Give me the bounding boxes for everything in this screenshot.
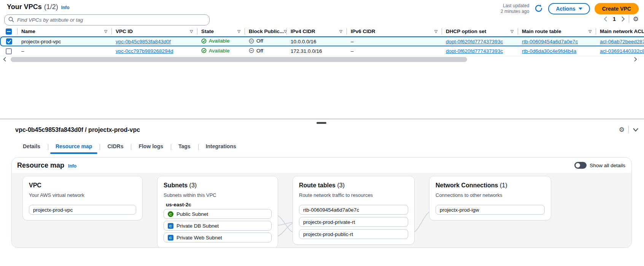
column-header-state[interactable]: State▽: [197, 27, 245, 36]
main-network-acl-link[interactable]: acl-03691440332c8: [600, 48, 644, 54]
next-page-button[interactable]: [621, 16, 625, 22]
vpc-console-page: { "colors": { "accent": "#0972d3", "crea…: [0, 0, 644, 266]
prev-page-button[interactable]: [604, 16, 607, 22]
network-connections-card: Network Connections (1) Connections to o…: [429, 176, 551, 220]
row-checkbox[interactable]: [6, 48, 12, 54]
last-updated: Last updated 2 minutes ago: [501, 3, 529, 14]
block-public-value: Off: [249, 48, 263, 54]
chevron-down-icon: [579, 8, 582, 10]
column-header-main-network-acl[interactable]: Main network ACL: [596, 27, 644, 36]
row-checkbox[interactable]: [6, 38, 12, 44]
column-header-block-public[interactable]: Block Public...▽: [245, 27, 287, 36]
route-tables-card-title: Route tables (3): [299, 182, 408, 189]
vpc-id-link[interactable]: vpc-0cc797b989268294d: [116, 48, 173, 54]
column-header-ipv4-cidr[interactable]: IPv4 CIDR▽: [287, 27, 347, 36]
horizontal-scrollbar: [0, 56, 644, 63]
status-badge: Available: [201, 38, 230, 44]
check-circle-icon: [201, 38, 207, 44]
resource-map-container: Resource map Info Show all details VPC Y…: [11, 157, 632, 248]
tab-cidrs[interactable]: CIDRs: [100, 141, 131, 154]
scrollbar-thumb[interactable]: [11, 57, 467, 62]
cell-ipv6-cidr: –: [347, 36, 442, 46]
vpc-table: Name▽ VPC ID▽ State▽ Block Public...▽ IP…: [0, 27, 644, 56]
select-all-cell: [0, 27, 17, 36]
filter-icon[interactable]: ▽: [284, 29, 287, 33]
route-tables-card-subtitle: Route network traffic to resources: [299, 192, 408, 198]
show-all-details-toggle[interactable]: [574, 162, 587, 169]
cell-name: –: [17, 46, 112, 56]
private-subnet-icon: C: [168, 235, 173, 241]
table-row[interactable]: projectx-prod-vpc vpc-0b45c9853fa843d0f …: [0, 36, 644, 46]
tab-integrations[interactable]: Integrations: [198, 141, 244, 154]
vpc-card-subtitle: Your AWS virtual network: [29, 192, 136, 198]
scroll-left-icon[interactable]: [3, 57, 6, 62]
cell-ipv6-cidr: –: [347, 46, 442, 56]
vpc-card-title: VPC: [29, 182, 136, 189]
subnet-item[interactable]: C Private DB Subnet: [164, 221, 272, 231]
filter-icon[interactable]: ▽: [339, 29, 342, 33]
table-header-row: Name▽ VPC ID▽ State▽ Block Public...▽ IP…: [0, 27, 644, 36]
status-badge: Available: [201, 48, 230, 54]
detail-tabs: Details Resource map CIDRs Flow logs Tag…: [15, 141, 244, 154]
vpc-table-container: Name▽ VPC ID▽ State▽ Block Public...▽ IP…: [0, 27, 644, 57]
split-panel-drag-handle[interactable]: [316, 122, 326, 124]
show-all-details-control: Show all details: [574, 162, 625, 169]
tab-resource-map[interactable]: Resource map: [48, 141, 100, 154]
column-header-dhcp-option-set[interactable]: DHCP option set▽: [442, 27, 518, 36]
dhcp-option-set-link[interactable]: dopt-0f620fd777437393c: [446, 39, 503, 44]
subnets-card: Subnets (3) Subnets within this VPC us-e…: [157, 176, 278, 247]
main-route-table-link[interactable]: rtb-0d6da30c4e9fd4b4a: [522, 48, 576, 54]
main-route-table-link[interactable]: rtb-00609454a6d7a0e7c: [522, 39, 578, 44]
pagination-controls: 1 ⚙: [604, 15, 639, 23]
create-vpc-button[interactable]: Create VPC: [595, 3, 639, 14]
filter-icon[interactable]: ▽: [588, 29, 592, 33]
block-public-value: Off: [249, 38, 263, 44]
divider: [629, 15, 629, 23]
route-table-item[interactable]: rtb-00609454a6d7a0e7c: [299, 205, 408, 215]
route-table-item[interactable]: projectx-prod-public-rt: [299, 229, 408, 239]
page-number[interactable]: 1: [611, 16, 617, 22]
dhcp-option-set-link[interactable]: dopt-0f620fd777437393c: [446, 48, 503, 54]
scroll-right-icon[interactable]: [634, 57, 637, 62]
search-box: [4, 14, 210, 25]
tab-tags[interactable]: Tags: [171, 141, 198, 154]
info-link[interactable]: Info: [61, 5, 70, 10]
filter-icon[interactable]: ▽: [434, 29, 437, 33]
panel-settings-gear-icon[interactable]: ⚙: [619, 127, 625, 133]
column-header-ipv6-cidr[interactable]: IPv6 CIDR▽: [347, 27, 442, 36]
route-table-item[interactable]: projectx-prod-private-rt: [299, 217, 408, 227]
info-link[interactable]: Info: [68, 163, 76, 169]
filter-icon[interactable]: ▽: [237, 29, 240, 33]
table-row[interactable]: – vpc-0cc797b989268294d Available Off 17…: [0, 46, 644, 56]
refresh-button[interactable]: [534, 3, 544, 14]
filter-icon[interactable]: ▽: [510, 29, 514, 33]
network-connections-card-title: Network Connections (1): [436, 182, 545, 189]
subnet-item[interactable]: C Private Web Subnet: [164, 233, 272, 242]
divider: [628, 126, 629, 133]
filter-icon[interactable]: ▽: [190, 29, 193, 33]
table-settings-gear-icon[interactable]: ⚙: [633, 16, 639, 22]
internet-gateway-item[interactable]: projectx-prod-igw: [436, 205, 545, 215]
column-header-vpc-id[interactable]: VPC ID▽: [112, 27, 197, 36]
cell-ipv4-cidr: 172.31.0.0/16: [287, 46, 347, 56]
subnet-item[interactable]: C Public Subnet: [164, 209, 272, 219]
main-network-acl-link[interactable]: acl-06ab72beed287: [600, 39, 644, 44]
tab-details[interactable]: Details: [15, 141, 48, 154]
page-title: Your VPCs (1/2) Info: [7, 3, 70, 11]
filter-icon[interactable]: ▽: [104, 29, 107, 33]
select-all-checkbox[interactable]: [6, 28, 12, 35]
header-actions: Last updated 2 minutes ago Actions Creat…: [501, 3, 639, 14]
collapse-panel-chevron-down-icon[interactable]: [633, 128, 639, 132]
search-icon: [8, 17, 14, 24]
column-header-name[interactable]: Name▽: [17, 27, 112, 36]
public-subnet-icon: C: [168, 211, 173, 217]
private-subnet-icon: C: [168, 223, 173, 229]
minus-circle-icon: [249, 38, 254, 44]
search-input[interactable]: [17, 17, 205, 23]
column-header-main-route-table[interactable]: Main route table▽: [518, 27, 596, 36]
vpc-item[interactable]: projectx-prod-vpc: [29, 205, 136, 215]
vpc-id-link[interactable]: vpc-0b45c9853fa843d0f: [116, 39, 171, 44]
tab-flow-logs[interactable]: Flow logs: [131, 141, 171, 154]
actions-button[interactable]: Actions: [548, 3, 590, 14]
vpc-card: VPC Your AWS virtual network projectx-pr…: [22, 176, 143, 220]
